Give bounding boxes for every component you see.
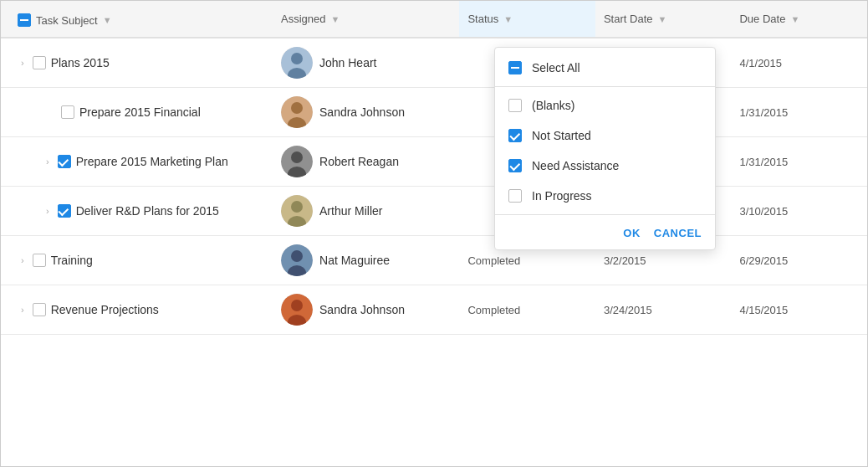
status-filter-dropdown: Select All (Blanks) Not Started Need Ass… bbox=[494, 47, 716, 250]
due-date-value-5: 4/15/2015 bbox=[739, 304, 788, 316]
table-row: ›Plans 2015 John Heart4/1/2015 bbox=[1, 38, 867, 88]
assigned-name-3: Arthur Miller bbox=[319, 204, 382, 218]
filter-item-in-progress[interactable]: In Progress bbox=[495, 181, 715, 211]
status-label: Status bbox=[467, 13, 498, 25]
assigned-cell-2: Robert Reagan bbox=[273, 137, 459, 187]
task-cell-0: ›Plans 2015 bbox=[1, 38, 273, 88]
task-cell-1: Prepare 2015 Financial bbox=[1, 88, 273, 137]
row-expander[interactable]: › bbox=[18, 301, 28, 318]
filter-need-assistance-checkbox[interactable] bbox=[508, 159, 522, 172]
filter-item-not-started[interactable]: Not Started bbox=[495, 121, 715, 151]
task-subject-col-header[interactable]: Task Subject ▼ bbox=[1, 1, 273, 38]
task-subject-label: Task Subject bbox=[36, 14, 98, 27]
filter-in-progress-checkbox[interactable] bbox=[508, 189, 522, 203]
task-subject-filter-icon[interactable]: ▼ bbox=[103, 15, 112, 25]
row-expander[interactable]: › bbox=[18, 54, 28, 71]
assigned-cell-4: Nat Maguiree bbox=[273, 236, 459, 285]
assigned-cell-3: Arthur Miller bbox=[273, 187, 459, 236]
avatar-1 bbox=[281, 96, 313, 128]
task-name-5: Revenue Projections bbox=[51, 303, 159, 316]
assigned-cell-5: Sandra Johnson bbox=[273, 285, 459, 335]
assigned-filter-icon[interactable]: ▼ bbox=[331, 14, 340, 24]
svg-point-16 bbox=[291, 300, 303, 311]
svg-point-4 bbox=[291, 102, 303, 114]
row-checkbox-3[interactable] bbox=[58, 204, 71, 218]
filter-cancel-button[interactable]: CANCEL bbox=[654, 227, 702, 239]
table-row: Prepare 2015 Financial Sandra Johnson1/3… bbox=[1, 88, 867, 137]
filter-in-progress-label: In Progress bbox=[532, 189, 592, 203]
status-cell-5: Completed bbox=[459, 285, 595, 335]
filter-actions-divider bbox=[495, 214, 715, 215]
filter-ok-button[interactable]: OK bbox=[623, 227, 641, 239]
status-col-header[interactable]: Status ▼ bbox=[459, 1, 595, 38]
table-row: ›Training Nat MaguireeCompleted3/2/20156… bbox=[1, 236, 867, 285]
due-date-cell-0: 4/1/2015 bbox=[731, 38, 867, 88]
avatar-0 bbox=[281, 47, 313, 79]
start-date-col-header[interactable]: Start Date ▼ bbox=[595, 1, 732, 38]
status-filter-icon[interactable]: ▼ bbox=[503, 14, 513, 24]
start-date-value-5: 3/24/2015 bbox=[604, 304, 652, 316]
due-date-value-0: 4/1/2015 bbox=[739, 57, 782, 69]
due-date-cell-5: 4/15/2015 bbox=[731, 285, 867, 335]
avatar-5 bbox=[281, 294, 313, 326]
task-cell-4: ›Training bbox=[1, 236, 273, 285]
row-expander[interactable]: › bbox=[43, 153, 53, 170]
filter-item-select-all[interactable]: Select All bbox=[495, 53, 715, 83]
filter-select-all-checkbox[interactable] bbox=[508, 61, 522, 74]
due-date-cell-1: 1/31/2015 bbox=[731, 88, 867, 137]
row-checkbox-1[interactable] bbox=[61, 105, 74, 119]
due-date-col-header[interactable]: Due Date ▼ bbox=[731, 1, 867, 38]
row-checkbox-2[interactable] bbox=[58, 155, 71, 168]
filter-item-blanks[interactable]: (Blanks) bbox=[495, 90, 715, 121]
task-name-0: Plans 2015 bbox=[51, 56, 110, 69]
task-grid: Task Subject ▼ Assigned ▼ Status ▼ bbox=[1, 1, 867, 335]
due-date-label: Due Date bbox=[739, 13, 785, 25]
due-date-filter-icon[interactable]: ▼ bbox=[790, 14, 799, 24]
table-row: ›Revenue Projections Sandra JohnsonCompl… bbox=[1, 285, 867, 335]
task-name-4: Training bbox=[51, 254, 93, 267]
assigned-name-2: Robert Reagan bbox=[319, 155, 399, 168]
row-expander[interactable]: › bbox=[18, 252, 28, 269]
due-date-value-2: 1/31/2015 bbox=[739, 156, 788, 168]
filter-blanks-checkbox[interactable] bbox=[508, 99, 522, 112]
task-name-1: Prepare 2015 Financial bbox=[79, 105, 201, 119]
filter-action-buttons: OK CANCEL bbox=[495, 218, 715, 244]
assigned-col-header[interactable]: Assigned ▼ bbox=[273, 1, 459, 38]
filter-not-started-label: Not Started bbox=[532, 129, 591, 142]
due-date-value-3: 3/10/2015 bbox=[739, 205, 788, 218]
task-cell-2: ›Prepare 2015 Marketing Plan bbox=[1, 137, 273, 187]
svg-point-1 bbox=[291, 53, 303, 64]
assigned-name-4: Nat Maguiree bbox=[319, 254, 390, 267]
task-name-2: Prepare 2015 Marketing Plan bbox=[76, 155, 228, 168]
assigned-cell-0: John Heart bbox=[273, 38, 459, 88]
due-date-value-4: 6/29/2015 bbox=[739, 254, 788, 267]
header-checkbox[interactable] bbox=[18, 13, 31, 27]
row-expander[interactable]: › bbox=[43, 203, 53, 219]
row-checkbox-0[interactable] bbox=[33, 56, 46, 69]
task-cell-5: ›Revenue Projections bbox=[1, 285, 273, 335]
due-date-cell-3: 3/10/2015 bbox=[731, 187, 867, 236]
due-date-cell-4: 6/29/2015 bbox=[731, 236, 867, 285]
row-checkbox-4[interactable] bbox=[33, 254, 46, 267]
app-container: Task Subject ▼ Assigned ▼ Status ▼ bbox=[0, 0, 868, 467]
status-value-5: Completed bbox=[467, 304, 520, 316]
start-date-value-4: 3/2/2015 bbox=[604, 254, 646, 267]
filter-select-all-label: Select All bbox=[532, 61, 580, 74]
filter-need-assistance-label: Need Assistance bbox=[532, 159, 619, 172]
filter-not-started-checkbox[interactable] bbox=[508, 129, 522, 142]
start-date-label: Start Date bbox=[604, 13, 653, 25]
svg-point-7 bbox=[291, 151, 303, 163]
task-name-3: Deliver R&D Plans for 2015 bbox=[76, 204, 219, 218]
start-date-filter-icon[interactable]: ▼ bbox=[657, 14, 666, 24]
filter-divider bbox=[495, 86, 715, 87]
assigned-cell-1: Sandra Johnson bbox=[273, 88, 459, 137]
svg-point-10 bbox=[291, 201, 303, 213]
svg-point-13 bbox=[291, 250, 303, 262]
row-checkbox-5[interactable] bbox=[33, 303, 46, 316]
filter-item-need-assistance[interactable]: Need Assistance bbox=[495, 151, 715, 181]
assigned-name-1: Sandra Johnson bbox=[319, 105, 405, 119]
assigned-label: Assigned bbox=[281, 13, 325, 25]
assigned-name-5: Sandra Johnson bbox=[319, 303, 405, 316]
start-date-cell-5: 3/24/2015 bbox=[595, 285, 732, 335]
due-date-cell-2: 1/31/2015 bbox=[731, 137, 867, 187]
